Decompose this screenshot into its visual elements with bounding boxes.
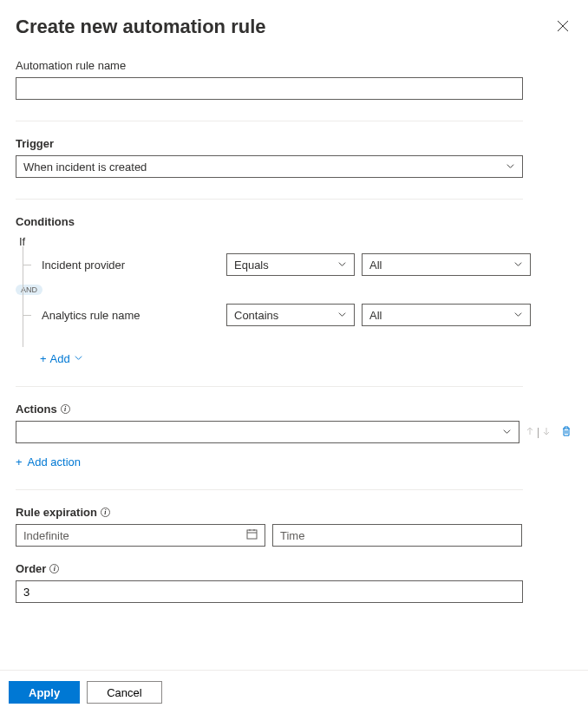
chevron-down-icon — [337, 309, 347, 322]
order-label: Order i — [16, 562, 572, 575]
condition-field-label: Incident provider — [40, 259, 226, 272]
expiration-label: Rule expiration i — [16, 506, 572, 519]
plus-icon: + — [16, 455, 23, 468]
condition-operator-dropdown[interactable]: Equals — [226, 253, 355, 276]
condition-value-dropdown[interactable]: All — [362, 253, 531, 276]
add-condition-button[interactable]: + Add — [40, 352, 83, 365]
separator: | — [537, 426, 539, 438]
trigger-label: Trigger — [16, 137, 572, 150]
and-badge: AND — [16, 285, 42, 295]
condition-value: All — [369, 259, 382, 272]
svg-rect-0 — [247, 530, 257, 539]
info-icon[interactable]: i — [101, 508, 110, 517]
order-input[interactable] — [16, 580, 523, 603]
info-icon[interactable]: i — [49, 564, 59, 573]
action-dropdown[interactable] — [16, 421, 519, 443]
expiration-date-value: Indefinite — [23, 529, 69, 542]
add-action-label: Add action — [28, 455, 81, 468]
delete-icon[interactable] — [560, 425, 572, 440]
add-condition-label: Add — [50, 352, 70, 365]
chevron-down-icon — [513, 259, 523, 272]
condition-value-dropdown[interactable]: All — [362, 304, 531, 326]
expiration-time-input[interactable]: Time — [272, 524, 522, 547]
cancel-button[interactable]: Cancel — [87, 681, 161, 704]
close-icon — [557, 22, 569, 35]
close-button[interactable] — [553, 16, 572, 38]
trigger-dropdown[interactable]: When incident is created — [16, 155, 523, 178]
add-action-button[interactable]: + Add action — [16, 455, 81, 468]
conditions-label: Conditions — [16, 215, 572, 228]
condition-operator-value: Equals — [234, 259, 269, 272]
move-down-icon[interactable] — [541, 426, 552, 439]
trigger-value: When incident is created — [23, 160, 147, 174]
condition-operator-dropdown[interactable]: Contains — [226, 304, 355, 326]
condition-operator-value: Contains — [234, 309, 278, 322]
expiration-date-input[interactable]: Indefinite — [16, 524, 265, 547]
apply-button[interactable]: Apply — [9, 681, 80, 704]
chevron-down-icon — [513, 309, 523, 322]
expiration-time-value: Time — [280, 529, 304, 542]
chevron-down-icon — [337, 259, 347, 272]
chevron-down-icon — [506, 160, 515, 174]
rule-name-input[interactable] — [16, 77, 523, 100]
condition-value: All — [369, 309, 382, 322]
move-up-icon[interactable] — [525, 426, 535, 439]
info-icon[interactable]: i — [61, 404, 70, 414]
condition-field-label: Analytics rule name — [40, 309, 226, 322]
rule-name-label: Automation rule name — [16, 59, 572, 72]
condition-row: Incident provider Equals All — [16, 253, 572, 276]
if-label: If — [19, 235, 572, 248]
plus-icon: + — [40, 352, 47, 365]
chevron-down-icon — [502, 426, 512, 439]
chevron-down-icon — [74, 352, 83, 365]
condition-row: Analytics rule name Contains All — [16, 304, 572, 326]
page-title: Create new automation rule — [16, 16, 266, 38]
actions-label: Actions i — [16, 403, 572, 416]
calendar-icon — [246, 528, 258, 542]
